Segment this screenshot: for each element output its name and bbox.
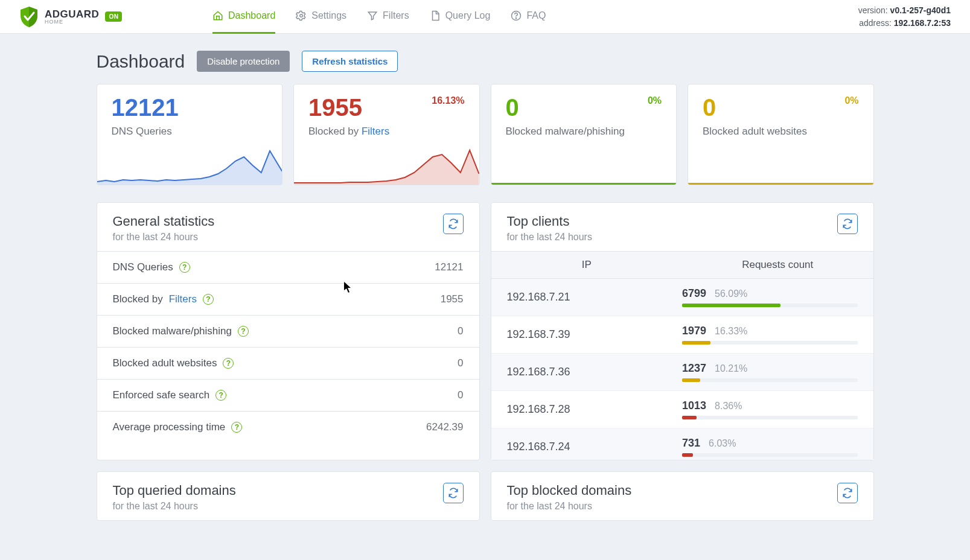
filters-link[interactable]: Filters [362, 126, 389, 137]
stat-card-dns: 12121 DNS Queries [97, 84, 283, 185]
client-row: 192.168.7.2810138.36% [491, 391, 873, 428]
top-blocked-domains-panel: Top blocked domains for the last 24 hour… [491, 471, 874, 521]
gear-icon [296, 10, 307, 21]
card-underline [688, 183, 873, 185]
page-title: Dashboard [97, 51, 185, 72]
stat-card-adult: 0% 0 Blocked adult websites [688, 84, 874, 185]
stat-row-value: 0 [458, 325, 463, 337]
stat-row: Enforced safe search?0 [97, 379, 479, 411]
client-pct: 6.03% [709, 438, 736, 449]
sparkline [294, 148, 479, 185]
nav-faq[interactable]: FAQ [511, 0, 546, 34]
stat-label: Blocked adult websites [703, 126, 807, 137]
client-pct: 10.21% [715, 363, 747, 374]
address-value: 192.168.7.2:53 [894, 18, 951, 28]
brand-sub: HOME [45, 19, 99, 25]
nav-label: Filters [383, 10, 409, 21]
client-ip: 192.168.7.39 [507, 328, 683, 341]
help-icon[interactable]: ? [215, 390, 226, 401]
nav-filters[interactable]: Filters [367, 0, 409, 34]
help-icon[interactable]: ? [223, 358, 234, 369]
stat-row: Blocked by Filters?1955 [97, 283, 479, 315]
disable-protection-button[interactable]: Disable protection [197, 51, 290, 72]
client-bar [682, 416, 858, 419]
refresh-button[interactable] [837, 214, 858, 234]
client-row: 192.168.7.39197916.33% [491, 316, 873, 354]
client-ip: 192.168.7.24 [507, 441, 683, 453]
stat-label-pre: Blocked by [308, 126, 362, 137]
stat-pct: 0% [648, 95, 662, 106]
client-count: 1979 [682, 325, 706, 337]
filters-link[interactable]: Filters [169, 293, 197, 305]
brand[interactable]: ADGUARD HOME ON [19, 6, 176, 28]
nav-querylog[interactable]: Query Log [430, 0, 491, 34]
stat-row-label: Blocked adult websites [113, 357, 217, 369]
stat-value: 12121 [112, 95, 268, 119]
version-value: v0.1-257-g40d1 [890, 5, 951, 15]
panel-title: Top clients [507, 214, 592, 229]
stat-row: DNS Queries?12121 [97, 251, 479, 283]
nav-right: version: v0.1-257-g40d1 address: 192.168… [858, 4, 951, 30]
sparkline [97, 148, 282, 185]
status-badge[interactable]: ON [105, 11, 122, 22]
refresh-icon [842, 218, 853, 229]
help-icon[interactable]: ? [238, 326, 249, 337]
stat-cards-row: 12121 DNS Queries 16.13% 1955 Blocked by… [97, 84, 874, 185]
client-ip: 192.168.7.36 [507, 366, 683, 378]
stat-row: Blocked adult websites?0 [97, 347, 479, 379]
nav-label: FAQ [526, 10, 546, 21]
panel-title: Top queried domains [113, 483, 236, 498]
svg-point-2 [516, 18, 517, 19]
stat-value: 0 [703, 95, 859, 119]
card-underline [491, 183, 677, 185]
stat-row-label: DNS Queries [113, 261, 173, 273]
refresh-button[interactable] [443, 214, 464, 234]
nav-label: Query Log [445, 10, 491, 21]
panel-title: General statistics [113, 214, 215, 229]
col-requests: Requests count [682, 252, 873, 278]
client-bar [682, 378, 858, 382]
nav-dashboard[interactable]: Dashboard [212, 0, 275, 34]
top-queried-domains-panel: Top queried domains for the last 24 hour… [97, 471, 480, 521]
client-bar [682, 453, 858, 457]
funnel-icon [367, 10, 378, 21]
help-icon[interactable]: ? [203, 294, 214, 305]
top-clients-panel: Top clients for the last 24 hours IP Req… [491, 202, 874, 460]
panel-subtitle: for the last 24 hours [113, 501, 236, 512]
client-pct: 56.09% [715, 288, 747, 299]
nav-label: Settings [311, 10, 346, 21]
stat-row-value: 12121 [435, 261, 463, 273]
help-icon[interactable]: ? [231, 422, 242, 433]
refresh-button[interactable] [443, 483, 464, 503]
stat-row-value: 6242.39 [426, 421, 463, 433]
navbar: ADGUARD HOME ON Dashboard Settings Filte… [0, 0, 970, 34]
nav-settings[interactable]: Settings [296, 0, 346, 34]
stat-row: Blocked malware/phishing?0 [97, 315, 479, 347]
brand-name: ADGUARD [45, 9, 99, 19]
client-count: 1013 [682, 399, 706, 412]
home-icon [212, 10, 223, 21]
refresh-button[interactable] [837, 483, 858, 503]
top-clients-header: IP Requests count [491, 251, 873, 279]
stat-label: DNS Queries [112, 126, 172, 137]
refresh-statistics-button[interactable]: Refresh statistics [302, 51, 398, 72]
refresh-icon [448, 218, 459, 229]
client-row: 192.168.7.21679956.09% [491, 279, 873, 316]
stat-row-label: Blocked malware/phishing [113, 325, 232, 337]
stat-card-blocked-filters: 16.13% 1955 Blocked by Filters [293, 84, 480, 185]
client-ip: 192.168.7.28 [507, 403, 683, 416]
address-label: address: [859, 18, 892, 28]
client-pct: 16.33% [715, 326, 747, 337]
nav-menu: Dashboard Settings Filters Query Log FAQ [212, 0, 858, 34]
page-header: Dashboard Disable protection Refresh sta… [97, 51, 874, 72]
refresh-icon [842, 488, 853, 498]
top-clients-body[interactable]: 192.168.7.21679956.09%192.168.7.39197916… [491, 279, 873, 460]
stat-row-label: Blocked by [113, 293, 163, 305]
stat-row: Average processing time?6242.39 [97, 411, 479, 443]
panel-subtitle: for the last 24 hours [113, 232, 215, 243]
doc-icon [430, 10, 441, 21]
help-icon[interactable]: ? [179, 262, 190, 273]
client-count: 6799 [682, 287, 706, 300]
col-ip: IP [491, 252, 683, 278]
version-label: version: [858, 5, 888, 15]
